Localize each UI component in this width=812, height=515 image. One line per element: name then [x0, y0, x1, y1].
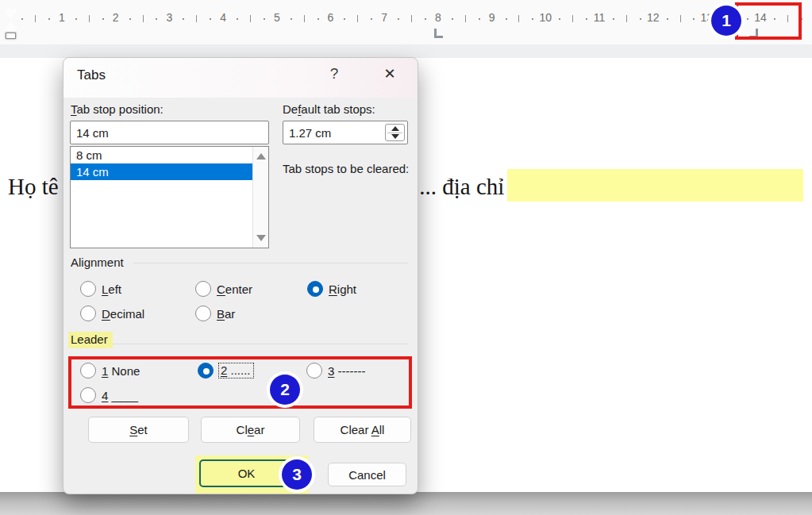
default-tab-stops-label: Default tab stops:	[283, 102, 375, 116]
page-bottom-shadow	[0, 492, 812, 515]
spinner-up-icon[interactable]	[386, 125, 404, 133]
ruler-quarter-tick	[183, 18, 184, 20]
radio-label: Left	[102, 282, 121, 296]
horizontal-ruler[interactable]: 1234567891011121314	[0, 0, 812, 44]
radio-label: Center	[217, 282, 252, 296]
ruler-number: 10	[533, 11, 557, 24]
ruler-half-tick	[250, 15, 251, 22]
ruler-half-tick	[680, 15, 681, 22]
radio-leader-none[interactable]: 1 None	[80, 362, 140, 379]
radio-align-right[interactable]: Right	[307, 280, 356, 298]
set-button[interactable]: Set	[88, 417, 189, 443]
ruler-half-tick	[626, 15, 627, 22]
ruler-quarter-tick	[291, 18, 292, 20]
help-icon[interactable]: ?	[325, 65, 343, 86]
radio-circle[interactable]	[195, 306, 211, 321]
left-indent-marker[interactable]	[6, 33, 16, 39]
ruler-number: 3	[157, 11, 181, 24]
ruler-quarter-tick	[398, 18, 399, 20]
radio-circle[interactable]	[306, 363, 322, 379]
radio-label: Bar	[217, 307, 235, 321]
ruler-number: 11	[587, 11, 611, 24]
alignment-group-label: Alignment	[71, 256, 124, 269]
ruler-number: 12	[641, 11, 665, 24]
spinner-down-icon[interactable]	[386, 133, 404, 140]
radio-align-left[interactable]: Left	[80, 280, 121, 298]
list-item-14cm[interactable]: 14 cm	[71, 163, 268, 180]
ruler-quarter-tick	[559, 18, 560, 20]
close-icon[interactable]: ✕	[379, 65, 400, 86]
annotation-step-1-badge: 1	[711, 6, 741, 36]
ruler-quarter-tick	[129, 18, 131, 20]
indent-markers[interactable]	[6, 9, 17, 40]
hanging-indent-marker[interactable]	[6, 21, 16, 32]
left-tab-stop-marker[interactable]	[434, 29, 443, 38]
ruler-quarter-tick	[613, 18, 614, 20]
ruler-half-tick	[357, 15, 358, 22]
ruler-number: 6	[319, 11, 343, 24]
alignment-group-line	[133, 263, 408, 263]
radio-circle[interactable]	[80, 306, 96, 321]
dialog-title: Tabs	[77, 67, 106, 83]
tab-stops-cleared-label: Tab stops to be cleared:	[283, 162, 409, 175]
radio-label: Decimal	[102, 307, 144, 321]
scroll-up-icon[interactable]	[253, 149, 268, 163]
annotation-step-3-badge: 3	[282, 459, 312, 490]
first-line-indent-marker[interactable]	[6, 9, 16, 19]
ruler-quarter-tick	[667, 18, 668, 20]
ruler-number: 5	[265, 11, 289, 24]
radio-leader-underline[interactable]: 4 ____	[80, 386, 138, 404]
ruler-number: 8	[426, 11, 450, 24]
ruler-number: 4	[211, 11, 235, 24]
scroll-down-icon[interactable]	[253, 231, 268, 245]
list-item-8cm[interactable]: 8 cm	[71, 147, 268, 163]
radio-circle[interactable]	[80, 363, 96, 379]
document-text-left: Họ tê	[8, 174, 59, 200]
radio-leader-dashes[interactable]: 3 -------	[306, 362, 365, 379]
radio-leader-dots[interactable]: 2 ......	[198, 362, 253, 379]
cancel-button[interactable]: Cancel	[328, 463, 406, 486]
spinner-control[interactable]	[385, 124, 405, 141]
annotation-step-2-badge: 2	[270, 375, 300, 405]
ruler-quarter-tick	[237, 18, 238, 20]
ruler-half-tick	[143, 15, 144, 22]
radio-align-decimal[interactable]: Decimal	[80, 305, 144, 322]
ruler-quarter-tick	[75, 18, 77, 20]
ruler-half-tick	[465, 15, 466, 22]
radio-label: 4 ____	[102, 389, 138, 402]
clear-all-button[interactable]: Clear All	[314, 417, 411, 443]
ruler-quarter-tick	[21, 18, 23, 20]
radio-label-focused: 2 ......	[219, 363, 253, 378]
default-tab-stops-input[interactable]: 1.27 cm	[283, 121, 408, 144]
ruler-quarter-tick	[506, 18, 507, 20]
ruler-half-tick	[196, 15, 197, 22]
ruler-number: 9	[480, 11, 504, 24]
document-text-right: .... địa chỉ	[414, 174, 504, 200]
ruler-half-tick	[411, 15, 412, 22]
ruler-half-tick	[89, 15, 90, 22]
ruler-half-tick	[572, 15, 573, 22]
dialog-titlebar[interactable]	[63, 58, 418, 98]
ruler-quarter-tick	[452, 18, 453, 20]
ruler-number: 2	[104, 11, 128, 24]
clear-button[interactable]: Clear	[201, 417, 300, 443]
ok-button[interactable]: OK	[199, 459, 294, 487]
ruler-quarter-tick	[344, 18, 345, 20]
radio-label: 3 -------	[328, 364, 365, 378]
word-app-window: 1234567891011121314 1 Họ tê .... địa chỉ…	[0, 0, 812, 515]
radio-label: 1 None	[102, 364, 140, 378]
leader-group-line	[113, 344, 408, 344]
radio-circle-selected[interactable]	[198, 363, 214, 379]
radio-align-bar[interactable]: Bar	[195, 305, 235, 322]
leader-group-label: Leader	[68, 332, 113, 348]
radio-circle-selected[interactable]	[307, 281, 323, 297]
tab-stop-position-input[interactable]: 14 cm	[70, 121, 269, 144]
radio-label: Right	[329, 282, 356, 296]
radio-circle[interactable]	[80, 281, 96, 297]
listbox-scrollbar[interactable]	[252, 147, 268, 248]
radio-align-center[interactable]: Center	[195, 280, 252, 298]
radio-circle[interactable]	[80, 387, 96, 403]
radio-circle[interactable]	[195, 281, 211, 297]
tab-stop-listbox[interactable]: 8 cm 14 cm	[70, 146, 269, 248]
ruler-half-tick	[518, 15, 519, 22]
